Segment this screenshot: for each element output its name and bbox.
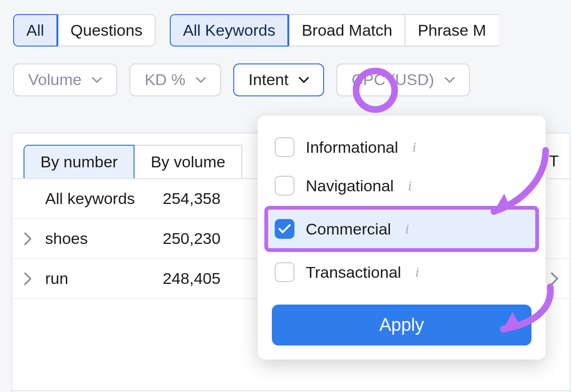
tab-row-top: All Questions All Keywords Broad Match P…: [0, 0, 571, 47]
row-keyword: run: [45, 269, 163, 288]
tab-group-type: All Questions: [13, 14, 156, 47]
expand-icon[interactable]: [24, 272, 45, 285]
tab-all-keywords[interactable]: All Keywords: [170, 14, 289, 47]
row-count: 248,405: [163, 269, 262, 288]
chevron-right-icon[interactable]: [550, 272, 559, 285]
header-keyword-label: All keywords: [45, 189, 163, 208]
checkbox-checked-icon[interactable]: [275, 219, 294, 239]
info-icon[interactable]: i: [415, 264, 419, 280]
row-count: 250,230: [163, 229, 262, 248]
apply-button[interactable]: Apply: [272, 305, 531, 345]
filter-volume[interactable]: Volume: [13, 63, 117, 96]
chevron-down-icon: [299, 75, 309, 85]
tab-all[interactable]: All: [13, 14, 57, 47]
tab-questions[interactable]: Questions: [57, 14, 156, 47]
info-icon[interactable]: i: [412, 139, 416, 155]
chevron-down-icon: [196, 75, 206, 85]
filter-row: Volume KD % Intent CPC (USD): [0, 47, 571, 96]
intent-option-informational[interactable]: Informational i: [268, 128, 535, 166]
info-icon[interactable]: i: [408, 178, 412, 194]
info-icon[interactable]: i: [405, 221, 409, 237]
subtab-by-volume[interactable]: By volume: [135, 145, 242, 178]
intent-dropdown: Informational i Navigational i Commercia…: [258, 116, 546, 360]
filter-cpc[interactable]: CPC (USD): [336, 63, 470, 96]
expand-icon[interactable]: [24, 232, 45, 245]
row-keyword: shoes: [45, 229, 163, 248]
checkbox-unchecked-icon[interactable]: [275, 262, 294, 282]
checkbox-unchecked-icon[interactable]: [275, 176, 294, 196]
filter-cpc-label: CPC (USD): [351, 71, 434, 88]
subtab-by-number[interactable]: By number: [24, 145, 135, 178]
checkbox-unchecked-icon[interactable]: [275, 137, 294, 157]
chevron-down-icon: [92, 75, 102, 85]
tab-group-match: All Keywords Broad Match Phrase M: [170, 14, 499, 47]
chevron-down-icon: [444, 75, 455, 85]
intent-option-label: Transactional: [306, 263, 401, 282]
intent-option-navigational[interactable]: Navigational i: [268, 166, 535, 205]
intent-option-label: Navigational: [306, 177, 394, 195]
filter-intent-label: Intent: [248, 71, 288, 88]
header-count: 254,358: [163, 189, 262, 208]
intent-option-label: Informational: [306, 138, 398, 157]
filter-kd[interactable]: KD %: [129, 63, 221, 96]
intent-option-transactional[interactable]: Transactional i: [268, 253, 535, 291]
filter-kd-label: KD %: [144, 71, 185, 88]
filter-volume-label: Volume: [28, 71, 81, 88]
filter-intent[interactable]: Intent: [233, 63, 324, 96]
intent-option-label: Commercial: [306, 220, 391, 238]
tab-broad-match[interactable]: Broad Match: [288, 14, 405, 47]
intent-option-commercial[interactable]: Commercial i: [268, 210, 535, 248]
tab-phrase-match[interactable]: Phrase M: [405, 14, 499, 47]
